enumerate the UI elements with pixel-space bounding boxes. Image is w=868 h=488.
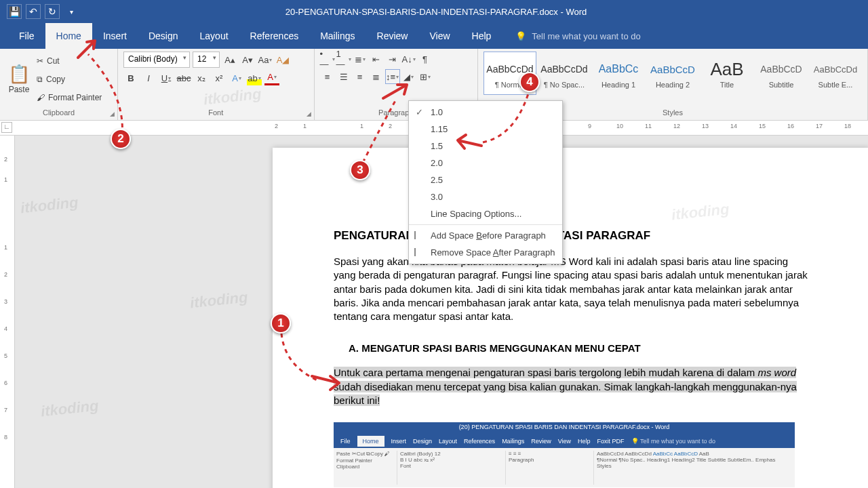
strikethrough-icon[interactable]: abc: [176, 70, 191, 85]
window-title: 20-PENGATURAN-SPASI-BARIS-DAN-INDENTASI-…: [85, 7, 787, 17]
annotation-arrow-icon: [380, 78, 414, 105]
copy-icon: ⧉: [37, 75, 43, 84]
italic-icon[interactable]: I: [141, 70, 156, 85]
spacing-opt-3-0[interactable]: 3.0: [409, 188, 562, 205]
underline-icon[interactable]: U: [159, 70, 174, 85]
format-painter-button[interactable]: 🖌Format Painter: [37, 93, 102, 102]
change-case-icon[interactable]: Aa: [258, 52, 273, 67]
style-subtitle[interactable]: AaBbCcDSubtitle: [755, 52, 808, 95]
redo-icon[interactable]: ↻: [45, 4, 60, 19]
font-name-select[interactable]: Calibri (Body): [123, 52, 190, 68]
annotation-badge-3: 3: [350, 160, 370, 180]
remove-space-after[interactable]: Remove Space After Paragraph: [409, 244, 562, 261]
font-label: Font: [123, 106, 309, 119]
spacing-opt-2-0[interactable]: 2.0: [409, 155, 562, 171]
font-color-icon[interactable]: A: [264, 70, 279, 85]
clipboard-launcher-icon[interactable]: ◢: [110, 110, 115, 117]
copy-button[interactable]: ⧉Copy: [37, 75, 102, 84]
font-launcher-icon[interactable]: ◢: [307, 110, 311, 117]
tell-me-search[interactable]: 💡 Tell me what you want to do: [515, 31, 640, 41]
style-heading-2[interactable]: AaBbCcDHeading 2: [646, 52, 699, 95]
style-heading-1[interactable]: AaBbCcHeading 1: [592, 52, 645, 95]
annotation-arrow-icon: [75, 34, 102, 61]
annotation-badge-4: 4: [519, 72, 540, 92]
bullets-icon[interactable]: •—: [320, 52, 335, 66]
show-marks-icon[interactable]: ¶: [418, 52, 433, 66]
tab-layout[interactable]: Layout: [189, 23, 239, 49]
brush-icon: 🖌: [37, 93, 45, 102]
annotation-arrow-icon: [309, 369, 346, 396]
section-a-title: A. MENGATUR SPASI BARIS MENGGUNAKAN MENU…: [349, 342, 808, 354]
numbering-icon[interactable]: 1—: [336, 52, 351, 66]
shrink-font-icon[interactable]: A▾: [240, 52, 255, 67]
tab-view[interactable]: View: [418, 23, 460, 49]
text-effects-icon[interactable]: A: [229, 70, 244, 85]
multilevel-icon[interactable]: ≣: [353, 52, 368, 66]
spacing-opt-1-5[interactable]: 1.5: [409, 138, 562, 155]
tab-help[interactable]: Help: [461, 23, 502, 49]
align-left-icon[interactable]: ≡: [320, 69, 335, 84]
spacing-opt-1-15[interactable]: 1.15: [409, 121, 562, 138]
bold-icon[interactable]: B: [123, 70, 138, 85]
embedded-screenshot: FileHomeInsertDesignLayoutReferencesMail…: [334, 422, 795, 487]
tab-file[interactable]: File: [8, 23, 45, 49]
style-subtle-e---[interactable]: AaBbCcDdSubtle E...: [809, 52, 862, 95]
clipboard-label: Clipboard: [5, 106, 112, 119]
subscript-icon[interactable]: x₂: [194, 70, 209, 85]
titlebar: 💾 ↶ ↻ ▾ 20-PENGATURAN-SPASI-BARIS-DAN-IN…: [0, 0, 868, 23]
tab-mailings[interactable]: Mailings: [309, 23, 366, 49]
vertical-ruler[interactable]: 21 12 34 56 78: [0, 136, 15, 488]
qat-customize-icon[interactable]: ▾: [64, 4, 79, 19]
annotation-badge-1: 1: [271, 313, 291, 333]
paste-icon[interactable]: 📋: [8, 64, 30, 85]
superscript-icon[interactable]: x²: [212, 70, 226, 85]
style-title[interactable]: AaBTitle: [701, 52, 753, 95]
align-center-icon[interactable]: ☰: [336, 69, 351, 84]
scissors-icon: ✂: [37, 56, 43, 66]
style---no-spac---[interactable]: AaBbCcDd¶ No Spac...: [538, 52, 591, 95]
increase-indent-icon[interactable]: ⇥: [385, 52, 400, 66]
grow-font-icon[interactable]: A▴: [222, 52, 237, 67]
doc-paragraph-2: Untuk cara pertama mengenai pengaturan s…: [334, 366, 808, 407]
tab-review[interactable]: Review: [366, 23, 419, 49]
undo-icon[interactable]: ↶: [26, 4, 41, 19]
ribbon-tabs: File Home Insert Design Layout Reference…: [0, 23, 868, 49]
annotation-arrow-icon: [451, 132, 485, 152]
decrease-indent-icon[interactable]: ⇤: [369, 52, 384, 66]
tab-selector-icon[interactable]: ∟: [1, 122, 12, 133]
tab-references[interactable]: References: [239, 23, 310, 49]
add-space-before[interactable]: Add Space Before Paragraph: [409, 227, 562, 244]
doc-paragraph-1: Spasi yang akan kita bahas pada materi b…: [334, 255, 808, 323]
spacing-opt-2-5[interactable]: 2.5: [409, 171, 562, 188]
annotation-badge-2: 2: [111, 129, 131, 149]
save-icon[interactable]: 💾: [7, 4, 22, 19]
clear-formatting-icon[interactable]: A◢: [275, 52, 290, 67]
highlight-icon[interactable]: ab: [247, 70, 262, 85]
borders-icon[interactable]: ⊞: [418, 69, 433, 84]
line-spacing-options[interactable]: Line Spacing Options...: [409, 205, 562, 222]
font-size-select[interactable]: 12: [193, 52, 220, 68]
sort-icon[interactable]: A↓: [401, 52, 416, 66]
doc-heading: PENGATURAN SPASI BARIS DAN INDENTASI PAR…: [334, 229, 808, 243]
align-right-icon[interactable]: ≡: [353, 69, 368, 84]
line-spacing-menu: 1.0 1.15 1.5 2.0 2.5 3.0 Line Spacing Op…: [408, 100, 563, 264]
paste-button[interactable]: Paste: [9, 85, 30, 94]
lightbulb-icon: 💡: [515, 31, 526, 41]
spacing-opt-1-0[interactable]: 1.0: [409, 104, 562, 121]
tab-design[interactable]: Design: [138, 23, 189, 49]
font-group: Calibri (Body) 12 A▴ A▾ Aa A◢ B I U abc …: [118, 49, 315, 120]
page[interactable]: PENGATURAN SPASI BARIS DAN INDENTASI PAR…: [273, 148, 868, 488]
